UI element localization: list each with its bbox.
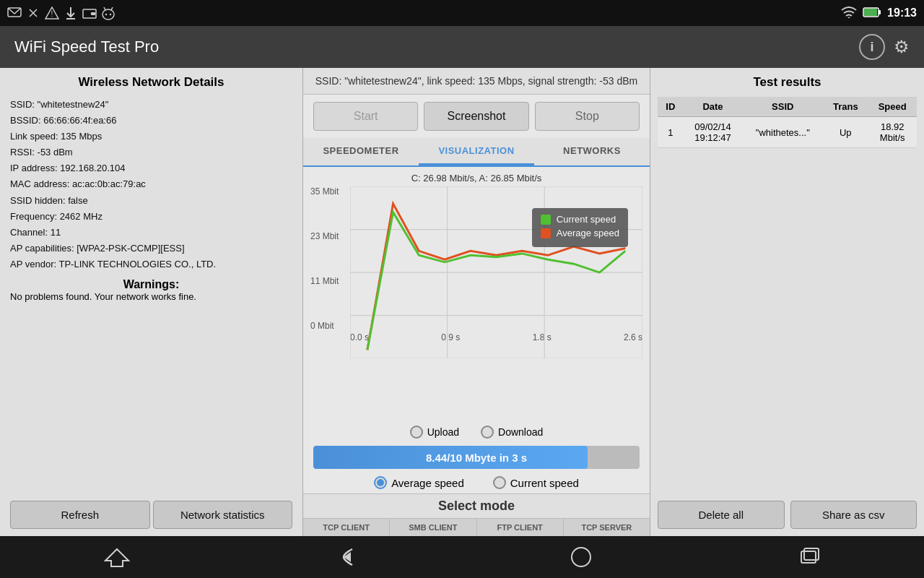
left-panel: Wireless Network Details SSID: "whitetes… bbox=[0, 68, 303, 536]
svg-point-7 bbox=[103, 9, 114, 20]
results-table: ID Date SSID Trans Speed 1 09/02/1419:12… bbox=[658, 97, 917, 148]
svg-point-11 bbox=[110, 14, 111, 15]
chart-label: C: 26.98 Mbit/s, A: 26.85 Mbit/s bbox=[310, 173, 642, 184]
col-id: ID bbox=[658, 97, 684, 117]
download-radio[interactable]: Download bbox=[481, 426, 543, 439]
nav-circle-icon[interactable] bbox=[570, 546, 592, 568]
warning-icon: ! bbox=[45, 6, 59, 20]
upload-download-radios: Upload Download bbox=[303, 421, 650, 443]
title-bar: WiFi Speed Test Pro i ⚙ bbox=[0, 26, 924, 68]
chart-area: C: 26.98 Mbit/s, A: 26.85 Mbit/s 35 Mbit… bbox=[303, 167, 650, 421]
ssid-detail: SSID: "whitetestnew24" bbox=[10, 97, 292, 113]
current-speed-label: Current speed bbox=[557, 214, 616, 225]
speed-radios: Average speed Current speed bbox=[303, 472, 650, 493]
tabs: SPEEDOMETER VISUALIZATION NETWORKS bbox=[303, 138, 650, 167]
col-trans: Trans bbox=[823, 97, 868, 117]
info-icon[interactable]: i bbox=[859, 34, 885, 60]
avg-speed-radio-circle[interactable] bbox=[374, 476, 387, 489]
share-csv-button[interactable]: Share as csv bbox=[790, 501, 918, 529]
delete-all-button[interactable]: Delete all bbox=[658, 501, 785, 529]
chart-wrapper: 35 Mbit 23 Mbit 11 Mbit 0 Mbit bbox=[310, 186, 642, 331]
avg-speed-label: Average speed bbox=[391, 477, 464, 489]
settings-icon[interactable]: ⚙ bbox=[894, 37, 910, 57]
message-icon bbox=[7, 6, 22, 20]
left-panel-title: Wireless Network Details bbox=[10, 75, 292, 90]
chart-y-labels: 35 Mbit 23 Mbit 11 Mbit 0 Mbit bbox=[310, 186, 350, 331]
col-date: Date bbox=[684, 97, 743, 117]
center-top-info: SSID: "whitetestnew24", link speed: 135 … bbox=[303, 68, 650, 95]
col-ssid: SSID bbox=[742, 97, 823, 117]
upload-label: Upload bbox=[427, 426, 459, 438]
stop-button[interactable]: Stop bbox=[535, 102, 640, 131]
average-speed-dot bbox=[541, 228, 551, 238]
mode-tab-tcp-client[interactable]: TCP CLIENT bbox=[303, 519, 390, 536]
legend-current-speed: Current speed bbox=[541, 214, 619, 225]
mac-detail: MAC address: ac:ac:0b:ac:79:ac bbox=[10, 176, 292, 192]
upload-radio-circle[interactable] bbox=[410, 426, 423, 439]
refresh-button[interactable]: Refresh bbox=[10, 501, 150, 529]
status-icons: ! bbox=[7, 6, 116, 20]
mode-tab-ftp-client[interactable]: FTP CLIENT bbox=[477, 519, 564, 536]
svg-point-10 bbox=[105, 14, 107, 15]
upload-radio[interactable]: Upload bbox=[410, 426, 459, 439]
nav-back-icon[interactable] bbox=[338, 546, 362, 568]
mode-tab-smb-client[interactable]: SMB CLIENT bbox=[390, 519, 476, 536]
nav-home-icon[interactable] bbox=[104, 546, 130, 568]
bottom-nav-bar bbox=[0, 536, 924, 578]
cur-speed-radio-circle[interactable] bbox=[493, 476, 506, 489]
warnings-title: Warnings: bbox=[10, 278, 292, 291]
select-mode-label: Select mode bbox=[303, 493, 650, 518]
svg-line-9 bbox=[111, 7, 113, 10]
right-panel-title: Test results bbox=[658, 75, 917, 90]
start-button[interactable]: Start bbox=[313, 102, 418, 131]
tab-networks[interactable]: NETWORKS bbox=[534, 138, 650, 165]
svg-point-26 bbox=[572, 548, 590, 566]
warnings-text: No problems found. Your network works fi… bbox=[10, 291, 292, 302]
cell-ssid: "whithetes..." bbox=[742, 117, 823, 148]
svg-line-8 bbox=[104, 7, 105, 10]
app-title: WiFi Speed Test Pro bbox=[14, 38, 159, 56]
right-panel-buttons: Delete all Share as csv bbox=[658, 493, 917, 529]
status-right: 19:13 bbox=[841, 7, 917, 20]
nav-recent-icon[interactable] bbox=[800, 547, 820, 567]
download-icon bbox=[64, 6, 78, 20]
network-details: SSID: "whitetestnew24" BSSID: 66:66:66:4… bbox=[10, 97, 292, 272]
svg-marker-25 bbox=[105, 549, 128, 566]
network-stats-button[interactable]: Network statistics bbox=[153, 501, 293, 529]
ap-cap-detail: AP capabilities: [WPA2-PSK-CCMP][ESS] bbox=[10, 241, 292, 256]
mode-tabs: TCP CLIENT SMB CLIENT FTP CLIENT TCP SER… bbox=[303, 518, 650, 536]
wallet-icon bbox=[82, 6, 97, 20]
download-radio-circle[interactable] bbox=[481, 426, 494, 439]
left-panel-buttons: Refresh Network statistics bbox=[10, 493, 292, 529]
android-icon bbox=[101, 6, 116, 20]
y-label-11: 11 Mbit bbox=[310, 276, 350, 286]
svg-text:!: ! bbox=[51, 10, 53, 18]
tab-speedometer[interactable]: SPEEDOMETER bbox=[303, 138, 419, 165]
screenshot-button[interactable]: Screenshot bbox=[424, 102, 528, 131]
progress-bar-text: 8.44/10 Mbyte in 3 s bbox=[426, 452, 527, 464]
ap-vendor-detail: AP vendor: TP-LINK TECHNOLOGIES CO., LTD… bbox=[10, 256, 292, 272]
table-row: 1 09/02/1419:12:47 "whithetes..." Up 18.… bbox=[658, 117, 917, 148]
y-label-0: 0 Mbit bbox=[310, 321, 350, 331]
current-speed-dot bbox=[541, 215, 551, 225]
cur-speed-radio[interactable]: Current speed bbox=[493, 476, 579, 489]
channel-detail: Channel: 11 bbox=[10, 225, 292, 241]
download-label: Download bbox=[498, 426, 543, 438]
avg-speed-radio[interactable]: Average speed bbox=[374, 476, 464, 489]
main-content: Wireless Network Details SSID: "whitetes… bbox=[0, 68, 924, 536]
battery-icon bbox=[863, 7, 881, 20]
bssid-detail: BSSID: 66:66:66:4f:ea:66 bbox=[10, 113, 292, 129]
svg-point-12 bbox=[848, 17, 850, 18]
cur-speed-label: Current speed bbox=[510, 477, 579, 489]
status-bar: ! 19:13 bbox=[0, 0, 924, 26]
mode-tab-tcp-server[interactable]: TCP SERVER bbox=[564, 519, 650, 536]
tab-visualization[interactable]: VISUALIZATION bbox=[419, 138, 534, 165]
svg-rect-6 bbox=[91, 12, 95, 15]
bluetooth-icon bbox=[26, 6, 40, 20]
col-speed: Speed bbox=[868, 97, 917, 117]
y-label-35: 35 Mbit bbox=[310, 186, 350, 197]
right-panel: Test results ID Date SSID Trans Speed 1 … bbox=[650, 68, 924, 536]
link-speed-detail: Link speed: 135 Mbps bbox=[10, 129, 292, 144]
center-panel: SSID: "whitetestnew24", link speed: 135 … bbox=[303, 68, 650, 536]
freq-detail: Frequency: 2462 MHz bbox=[10, 209, 292, 225]
